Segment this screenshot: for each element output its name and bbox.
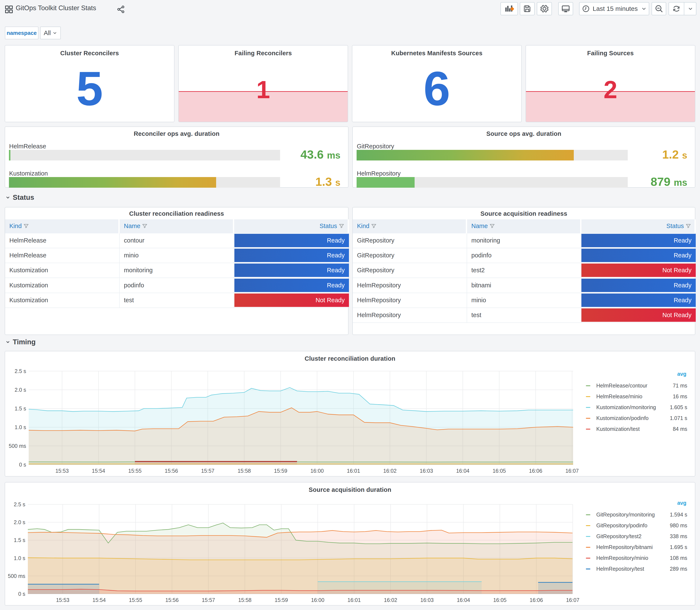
svg-text:15:59: 15:59 xyxy=(274,468,287,474)
svg-text:15:56: 15:56 xyxy=(165,597,179,603)
svg-text:2.5 s: 2.5 s xyxy=(15,368,26,374)
svg-text:16:06: 16:06 xyxy=(530,597,543,603)
svg-text:16:02: 16:02 xyxy=(384,468,397,474)
svg-text:15:55: 15:55 xyxy=(128,468,142,474)
svg-text:2.0 s: 2.0 s xyxy=(15,387,26,393)
svg-text:16:03: 16:03 xyxy=(420,468,433,474)
svg-text:15:58: 15:58 xyxy=(238,468,251,474)
svg-text:16:03: 16:03 xyxy=(420,597,434,603)
svg-text:2.5 s: 2.5 s xyxy=(14,501,25,507)
svg-text:1.5 s: 1.5 s xyxy=(15,405,26,412)
svg-text:500 ms: 500 ms xyxy=(8,573,25,579)
svg-text:16:00: 16:00 xyxy=(311,597,325,603)
svg-text:16:05: 16:05 xyxy=(493,597,507,603)
svg-text:16:04: 16:04 xyxy=(456,468,469,474)
svg-text:15:55: 15:55 xyxy=(129,597,142,603)
svg-text:16:07: 16:07 xyxy=(566,468,579,474)
svg-text:15:53: 15:53 xyxy=(56,597,69,603)
svg-text:15:54: 15:54 xyxy=(92,468,105,474)
svg-text:15:59: 15:59 xyxy=(275,597,288,603)
svg-text:500 ms: 500 ms xyxy=(9,443,26,449)
svg-text:16:01: 16:01 xyxy=(347,468,360,474)
svg-text:16:00: 16:00 xyxy=(310,468,324,474)
svg-text:15:54: 15:54 xyxy=(93,597,106,603)
svg-text:16:05: 16:05 xyxy=(493,468,506,474)
svg-text:15:53: 15:53 xyxy=(55,468,69,474)
svg-text:16:02: 16:02 xyxy=(384,597,397,603)
svg-text:15:57: 15:57 xyxy=(202,597,215,603)
svg-text:1.0 s: 1.0 s xyxy=(14,555,25,561)
svg-text:15:56: 15:56 xyxy=(165,468,178,474)
svg-text:1.5 s: 1.5 s xyxy=(14,537,25,543)
svg-text:15:57: 15:57 xyxy=(201,468,214,474)
svg-text:1.0 s: 1.0 s xyxy=(15,424,26,430)
svg-text:16:07: 16:07 xyxy=(566,597,580,603)
svg-text:0 s: 0 s xyxy=(18,591,25,597)
svg-text:0 s: 0 s xyxy=(19,462,26,468)
svg-text:16:01: 16:01 xyxy=(347,597,361,603)
svg-text:16:04: 16:04 xyxy=(457,597,470,603)
svg-text:2.0 s: 2.0 s xyxy=(14,519,25,525)
svg-text:16:06: 16:06 xyxy=(529,468,542,474)
svg-text:15:58: 15:58 xyxy=(238,597,251,603)
